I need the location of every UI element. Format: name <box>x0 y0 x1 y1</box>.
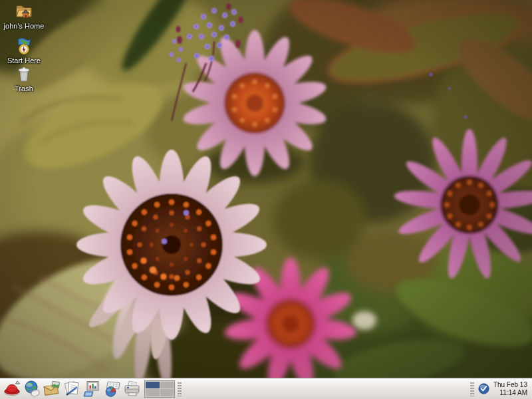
globe-mouse-icon <box>23 380 41 398</box>
workspace-3[interactable] <box>146 389 160 396</box>
presentation-launcher[interactable] <box>82 379 102 398</box>
workspace-4[interactable] <box>160 389 174 396</box>
update-check-icon <box>478 383 489 394</box>
workspace-switcher[interactable] <box>144 380 175 398</box>
red-hat-icon <box>3 380 21 398</box>
panel-drag-handle-right[interactable] <box>470 382 474 396</box>
web-browser-launcher[interactable] <box>23 379 42 398</box>
desktop-icon-start-here[interactable]: Start Here <box>1 37 47 65</box>
workspace-2[interactable] <box>160 382 174 389</box>
clock-applet[interactable]: Thu Feb 13 11:14 AM <box>493 381 529 396</box>
documents-pen-icon <box>63 380 81 398</box>
desktop-icon-label: john's Home <box>4 22 45 30</box>
desktop: john's Home Start Here <box>0 0 532 399</box>
clock-time: 11:14 AM <box>499 389 527 397</box>
update-notifier-button[interactable] <box>477 382 491 396</box>
clock-date: Thu Feb 13 <box>493 381 527 389</box>
printer-icon <box>123 380 141 398</box>
wallpaper-coneflowers-photo <box>0 0 532 399</box>
desktop-icon-trash[interactable]: Trash <box>1 65 47 92</box>
trash-icon <box>15 65 33 83</box>
home-folder-icon <box>15 2 33 21</box>
workspace-1-active[interactable] <box>146 382 160 389</box>
spreadsheet-launcher[interactable] <box>102 379 122 398</box>
panel-drag-handle-left[interactable] <box>178 382 182 396</box>
email-launcher[interactable] <box>43 379 62 398</box>
word-processor-launcher[interactable] <box>63 379 82 398</box>
desktop-icon-johns-home[interactable]: john's Home <box>1 2 47 30</box>
envelope-photo-icon <box>43 380 61 398</box>
bar-chart-monitor-icon <box>83 380 101 398</box>
start-here-icon <box>15 37 33 55</box>
desktop-icon-label: Trash <box>15 84 33 92</box>
printer-launcher[interactable] <box>122 379 142 398</box>
bottom-panel: Thu Feb 13 11:14 AM <box>0 378 532 399</box>
pie-chart-sheet-icon <box>103 380 121 398</box>
desktop-icon-label: Start Here <box>7 57 41 65</box>
main-menu-button[interactable] <box>3 379 22 398</box>
